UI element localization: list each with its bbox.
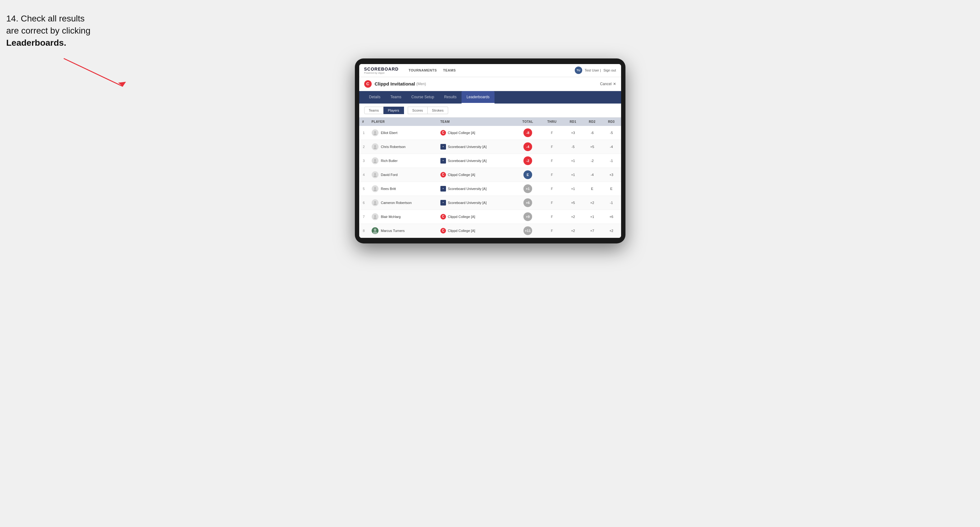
filter-bar: Teams Players Scores Strokes xyxy=(359,103,621,117)
logo-sub: Powered by clippd xyxy=(364,71,399,74)
cell-team: ≡Scoreboard University [A] xyxy=(437,140,515,154)
svg-point-11 xyxy=(374,189,377,191)
cancel-button[interactable]: Cancel ✕ xyxy=(600,82,616,86)
cell-thru: F xyxy=(541,168,563,182)
player-name: Elliot Ebert xyxy=(381,131,398,135)
cell-team: ≡Scoreboard University [A] xyxy=(437,195,515,210)
team-logo: C xyxy=(441,130,446,136)
cell-team: CClippd College [A] xyxy=(437,224,515,238)
cell-pos: 8 xyxy=(359,224,369,238)
tab-results[interactable]: Results xyxy=(439,91,461,103)
cell-rd1: +1 xyxy=(563,182,583,195)
cell-rd1: -5 xyxy=(563,140,583,154)
player-avatar xyxy=(372,227,379,234)
team-name: Scoreboard University [A] xyxy=(448,187,487,190)
col-header-player: PLAYER xyxy=(369,117,437,126)
table-row: 2Chris Robertson≡Scoreboard University [… xyxy=(359,140,621,154)
nav-teams[interactable]: TEAMS xyxy=(443,67,456,73)
cell-player: Marcus Turners xyxy=(369,224,437,238)
nav-tournaments[interactable]: TOURNAMENTS xyxy=(409,67,437,73)
player-name: Cameron Robertson xyxy=(381,201,412,205)
player-name: Chris Robertson xyxy=(381,145,406,149)
user-label: Test User | xyxy=(585,68,601,72)
player-name: Marcus Turners xyxy=(381,229,405,233)
tab-details[interactable]: Details xyxy=(364,91,386,103)
svg-marker-1 xyxy=(118,82,126,86)
table-row: 1Elliot EbertCClippd College [A]-8F+3-6-… xyxy=(359,126,621,140)
table-row: 5Rees Britt≡Scoreboard University [A]+1F… xyxy=(359,182,621,195)
table-row: 6Cameron Robertson≡Scoreboard University… xyxy=(359,195,621,210)
tab-teams[interactable]: Teams xyxy=(385,91,406,103)
svg-point-12 xyxy=(374,201,376,203)
tab-leaderboards[interactable]: Leaderboards xyxy=(461,91,495,103)
sign-out-link[interactable]: Sign out xyxy=(603,68,616,72)
nav-right: TU Test User | Sign out xyxy=(575,67,616,74)
filter-players-button[interactable]: Players xyxy=(383,106,404,114)
tournament-logo: C xyxy=(364,80,372,88)
user-avatar: TU xyxy=(575,67,582,74)
cell-rd1: +1 xyxy=(563,168,583,182)
tablet-screen: SCOREBOARD Powered by clippd TOURNAMENTS… xyxy=(359,64,621,238)
team-logo: C xyxy=(441,228,446,233)
cell-rd3: -1 xyxy=(602,154,621,168)
navbar: SCOREBOARD Powered by clippd TOURNAMENTS… xyxy=(359,64,621,77)
arrow-annotation xyxy=(60,56,129,94)
svg-point-16 xyxy=(374,229,376,231)
svg-point-6 xyxy=(374,159,376,161)
player-avatar xyxy=(372,213,379,220)
cell-rd1: +5 xyxy=(563,195,583,210)
cell-pos: 3 xyxy=(359,154,369,168)
cell-rd3: E xyxy=(602,182,621,195)
instruction-block: 14. Check all results are correct by cli… xyxy=(6,13,130,49)
cell-rd2: +7 xyxy=(582,224,602,238)
player-avatar xyxy=(372,143,379,150)
scene: SCOREBOARD Powered by clippd TOURNAMENTS… xyxy=(6,59,974,243)
cell-pos: 2 xyxy=(359,140,369,154)
logo-text: SCOREBOARD xyxy=(364,67,399,71)
cell-total: +1 xyxy=(515,182,541,195)
cell-thru: F xyxy=(541,126,563,140)
cell-rd1: +2 xyxy=(563,224,583,238)
cell-team: CClippd College [A] xyxy=(437,126,515,140)
cell-thru: F xyxy=(541,154,563,168)
table-body: 1Elliot EbertCClippd College [A]-8F+3-6-… xyxy=(359,126,621,238)
svg-point-17 xyxy=(373,231,377,234)
col-header-rd3: RD3 xyxy=(602,117,621,126)
svg-point-2 xyxy=(374,131,376,133)
player-avatar xyxy=(372,157,379,164)
cell-total: -2 xyxy=(515,154,541,168)
cell-rd3: -1 xyxy=(602,195,621,210)
cell-rd2: E xyxy=(582,182,602,195)
cell-total: -8 xyxy=(515,126,541,140)
col-header-total: TOTAL xyxy=(515,117,541,126)
team-name: Clippd College [A] xyxy=(448,131,475,135)
player-avatar xyxy=(372,129,379,136)
cell-rd2: +2 xyxy=(582,195,602,210)
col-header-rd2: RD2 xyxy=(582,117,602,126)
table-row: 4David FordCClippd College [A]EF+1-4+3 xyxy=(359,168,621,182)
instruction-text: 14. Check all results are correct by cli… xyxy=(6,13,124,49)
team-logo: C xyxy=(441,214,446,219)
nav-links: TOURNAMENTS TEAMS xyxy=(409,67,568,73)
team-logo: ≡ xyxy=(441,144,446,149)
filter-teams-button[interactable]: Teams xyxy=(364,106,383,114)
svg-point-13 xyxy=(374,203,377,205)
filter-strokes-button[interactable]: Strokes xyxy=(428,106,448,114)
filter-scores-button[interactable]: Scores xyxy=(408,106,428,114)
team-name: Clippd College [A] xyxy=(448,229,475,233)
cell-pos: 7 xyxy=(359,210,369,224)
tournament-name: Clippd Invitational xyxy=(375,81,415,86)
tabs-bar: Details Teams Course Setup Results Leade… xyxy=(359,91,621,103)
score-badge: +11 xyxy=(523,226,532,235)
player-name: David Ford xyxy=(381,173,398,176)
player-avatar xyxy=(372,185,379,192)
cell-thru: F xyxy=(541,182,563,195)
svg-point-3 xyxy=(374,133,377,135)
tab-course-setup[interactable]: Course Setup xyxy=(406,91,439,103)
team-logo: ≡ xyxy=(441,158,446,163)
cell-thru: F xyxy=(541,140,563,154)
team-logo: ≡ xyxy=(441,200,446,205)
cell-player: David Ford xyxy=(369,168,437,182)
cell-pos: 4 xyxy=(359,168,369,182)
table-header: # PLAYER TEAM TOTAL THRU RD1 RD2 RD3 xyxy=(359,117,621,126)
